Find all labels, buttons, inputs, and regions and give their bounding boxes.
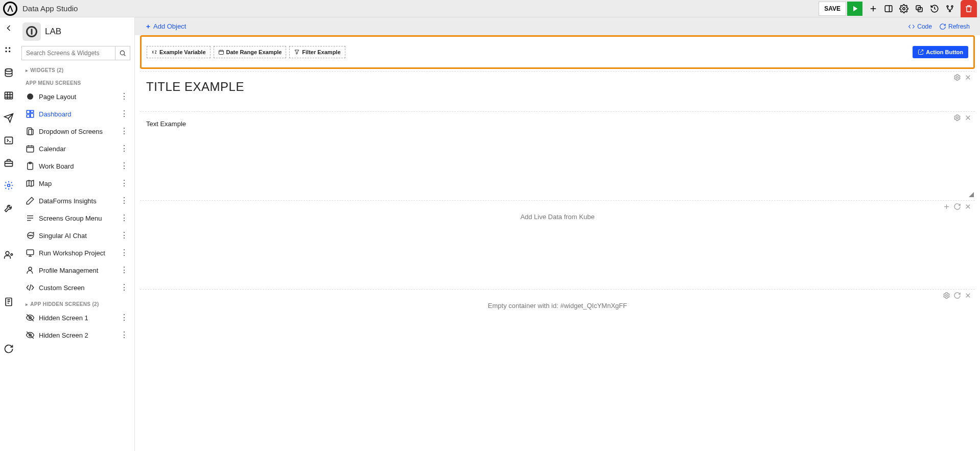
save-button[interactable]: SAVE (819, 2, 846, 16)
screen-item-workboard[interactable]: Work Board ⋮ (17, 157, 134, 175)
more-icon[interactable]: ⋮ (118, 216, 130, 220)
more-icon[interactable]: ⋮ (118, 181, 130, 185)
rail-table-icon[interactable] (2, 89, 15, 102)
screen-item-hidden-1[interactable]: Hidden Screen 1 ⋮ (17, 309, 134, 326)
widget-add-button[interactable] (943, 203, 950, 212)
more-icon[interactable]: ⋮ (118, 164, 130, 168)
more-icon[interactable]: ⋮ (118, 316, 130, 320)
widget-refresh-button[interactable] (953, 292, 961, 301)
rail-refresh-icon[interactable] (2, 342, 15, 355)
canvas-toolbar: Add Object Code Refresh (135, 17, 980, 35)
screen-item-screens-group[interactable]: Screens Group Menu ⋮ (17, 209, 134, 227)
more-icon[interactable]: ⋮ (118, 268, 130, 272)
widget-title[interactable]: TITLE EXAMPLE (140, 71, 975, 109)
screen-item-dropdown[interactable]: Dropdown of Screens ⋮ (17, 123, 134, 140)
widget-live-data[interactable]: Add Live Data from Kube (140, 200, 975, 287)
branch-button[interactable] (942, 1, 958, 16)
widget-close-button[interactable] (964, 203, 972, 212)
widget-toolbar-selected[interactable]: Example Variable Date Range Example Filt… (140, 35, 975, 69)
app-title: Data App Studio (22, 4, 78, 13)
screen-item-custom[interactable]: Custom Screen ⋮ (17, 279, 134, 296)
action-button[interactable]: Action Button (913, 46, 968, 58)
canvas[interactable]: Example Variable Date Range Example Filt… (135, 35, 980, 451)
widget-settings-button[interactable] (953, 74, 961, 83)
settings-button[interactable] (896, 1, 912, 16)
rail-apps-icon[interactable] (2, 44, 15, 57)
more-icon[interactable]: ⋮ (118, 94, 130, 99)
screen-item-calendar[interactable]: Calendar ⋮ (17, 140, 134, 157)
screen-label: Hidden Screen 2 (39, 331, 88, 339)
widget-close-button[interactable] (964, 292, 972, 301)
screen-item-page-layout[interactable]: Page Layout ⋮ (17, 88, 134, 105)
live-data-placeholder: Add Live Data from Kube (146, 209, 969, 221)
screen-item-ai-chat[interactable]: Singular AI Chat ⋮ (17, 227, 134, 244)
app-name: LAB (45, 27, 61, 37)
panel-toggle-button[interactable] (881, 1, 896, 16)
screen-item-hidden-2[interactable]: Hidden Screen 2 ⋮ (17, 326, 134, 344)
screen-label: Page Layout (39, 93, 76, 101)
screen-item-workshop[interactable]: Run Workshop Project ⋮ (17, 244, 134, 262)
refresh-button[interactable]: Refresh (939, 23, 970, 30)
screen-item-profile[interactable]: Profile Management ⋮ (17, 262, 134, 279)
svg-point-34 (29, 267, 32, 270)
rail-tools-icon[interactable] (2, 201, 15, 215)
topbar-actions: SAVE (819, 0, 977, 17)
screen-label: Singular AI Chat (39, 232, 87, 240)
more-icon[interactable]: ⋮ (118, 333, 130, 337)
screen-label: Screens Group Menu (39, 215, 102, 222)
collapse-rail-button[interactable] (2, 21, 15, 35)
empty-container-text: Empty container with id: #widget_QIcYMnX… (146, 298, 969, 310)
svg-point-15 (8, 184, 10, 187)
svg-rect-21 (27, 110, 30, 113)
svg-point-11 (5, 69, 12, 72)
more-icon[interactable]: ⋮ (118, 112, 130, 116)
filter-pill[interactable]: Filter Example (289, 46, 345, 58)
widget-settings-button[interactable] (943, 292, 950, 301)
svg-point-10 (9, 51, 10, 52)
run-button[interactable] (847, 2, 862, 16)
widget-close-button[interactable] (964, 74, 972, 83)
variable-pill[interactable]: Example Variable (147, 46, 211, 58)
code-toggle-button[interactable]: Code (908, 23, 932, 30)
widget-close-button[interactable] (964, 114, 972, 123)
history-button[interactable] (927, 1, 942, 16)
sidebar-search (17, 44, 134, 62)
list-icon (25, 213, 36, 223)
rail-docs-icon[interactable] (2, 295, 15, 308)
screen-item-dataforms[interactable]: DataForms Insights ⋮ (17, 192, 134, 209)
rail-app-studio-icon[interactable] (2, 179, 15, 192)
add-object-button[interactable]: Add Object (145, 22, 186, 30)
more-icon[interactable]: ⋮ (118, 233, 130, 238)
svg-point-4 (947, 6, 948, 7)
more-icon[interactable]: ⋮ (118, 147, 130, 151)
daterange-pill[interactable]: Date Range Example (214, 46, 287, 58)
rail-toolbox-icon[interactable] (2, 156, 15, 170)
widget-refresh-button[interactable] (953, 203, 961, 212)
svg-point-16 (6, 251, 9, 255)
widget-text[interactable]: Text Example (140, 111, 975, 198)
screen-item-dashboard[interactable]: Dashboard ⋮ (17, 105, 134, 123)
widget-empty-container[interactable]: Empty container with id: #widget_QIcYMnX… (140, 289, 975, 325)
search-input[interactable] (21, 46, 115, 60)
sidebar-header: LAB (17, 17, 134, 44)
resize-handle-icon[interactable] (969, 192, 974, 197)
more-icon[interactable]: ⋮ (118, 286, 130, 290)
svg-point-9 (5, 51, 7, 52)
widget-settings-button[interactable] (953, 114, 961, 123)
para-text: Text Example (146, 120, 969, 128)
rail-send-icon[interactable] (2, 111, 15, 125)
screen-item-map[interactable]: Map ⋮ (17, 175, 134, 192)
rail-terminal-icon[interactable] (2, 134, 15, 147)
search-button[interactable] (115, 46, 130, 60)
svg-point-32 (32, 235, 33, 236)
more-icon[interactable]: ⋮ (118, 129, 130, 133)
more-icon[interactable]: ⋮ (118, 199, 130, 203)
delete-button[interactable] (961, 0, 977, 17)
more-icon[interactable]: ⋮ (118, 251, 130, 255)
rail-users-icon[interactable] (2, 248, 15, 262)
copy-button[interactable] (912, 1, 927, 16)
add-button[interactable] (866, 1, 881, 16)
rail-database-icon[interactable] (2, 66, 15, 80)
widgets-section-label[interactable]: WIDGETS (2) (17, 62, 134, 75)
hidden-screens-section-label[interactable]: APP HIDDEN SCREENS (2) (17, 296, 134, 309)
